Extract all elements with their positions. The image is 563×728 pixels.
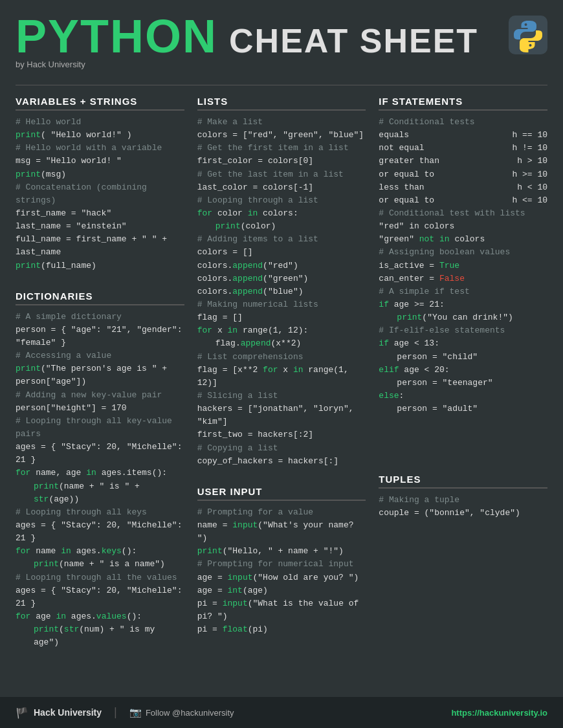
comment-i4: # A simple if test — [379, 285, 547, 298]
comment-l8: # Slicing a list — [197, 390, 366, 403]
comment-3: # Concatenation (combining strings) — [16, 181, 184, 207]
code-line: couple = ("bonnie", "clyde") — [379, 507, 547, 520]
comment-l9: # Copying a list — [197, 442, 366, 455]
comment-t1: # Making a tuple — [379, 494, 547, 507]
columns: VARIABLES + STRINGS # Hello world print(… — [16, 96, 547, 657]
code-line: first_name = "hack" — [16, 207, 184, 220]
comment-7: # Looping through all key-value pairs — [16, 415, 184, 441]
comment-9: # Looping through all the values — [16, 571, 184, 584]
footer: 🏴 Hack University | 📷 Follow @hackuniver… — [0, 697, 563, 728]
code-line: person = { "age": "21", "gender": "femal… — [16, 324, 184, 349]
code-line: first_color = colors[0] — [197, 155, 366, 168]
code-line: last_name = "einstein" — [16, 220, 184, 233]
section-variables: VARIABLES + STRINGS — [16, 96, 184, 111]
code-line: if age >= 21: — [379, 298, 547, 311]
code-line: ages = { "Stacy": 20, "Michelle": 21 } — [16, 441, 184, 467]
footer-social: 📷 Follow @hackuniversity — [129, 707, 234, 718]
dictionaries-section: DICTIONARIES # A simple dictionary perso… — [16, 291, 184, 650]
comment-u2: # Prompting for numerical input — [197, 558, 366, 571]
code-line: colors = [] — [197, 246, 366, 259]
code-line: person = "teenager" — [379, 377, 547, 390]
code-line: else: — [379, 390, 547, 403]
comment-6: # Adding a new key-value pair — [16, 389, 184, 402]
comment-i3: # Assigning boolean values — [379, 246, 547, 259]
code-line: print(msg) — [16, 168, 184, 181]
code-line: full_name = first_name + " " + last_name — [16, 233, 184, 259]
code-line: name = input("What's your name? ") — [197, 519, 366, 545]
code-line: print("Hello, " + name + "!") — [197, 545, 366, 558]
code-line: colors.append("green") — [197, 272, 366, 285]
tuples-section: TUPLES # Making a tuple couple = ("bonni… — [379, 474, 547, 520]
comment-2: # Hello world with a variable — [16, 142, 184, 155]
comment-1: # Hello world — [16, 116, 184, 129]
comment-i2: # Conditional test with lists — [379, 207, 547, 220]
code-line: flag.append(x**2) — [197, 337, 366, 350]
section-tuples: TUPLES — [379, 474, 547, 489]
code-line: "red" in colors — [379, 220, 547, 233]
code-line: print(color) — [197, 220, 366, 233]
lists-code: # Make a list colors = ["red", "green", … — [197, 116, 366, 468]
title-cheatsheet: CHEAT SHEET — [229, 19, 478, 58]
flag-icon: 🏴 — [16, 707, 28, 719]
code-line: for x in range(1, 12): — [197, 324, 366, 337]
code-line: print(str(num) + " is my age") — [16, 623, 184, 649]
code-line: last_color = colors[-1] — [197, 181, 366, 194]
footer-brand: 🏴 Hack University — [16, 707, 102, 719]
code-line: or equal toh >= 10 — [379, 168, 547, 181]
code-line: ages = { "Stacy": 20, "Michelle": 21 } — [16, 584, 184, 610]
code-line: pi = float(pi) — [197, 623, 366, 636]
userinput-code: # Prompting for a value name = input("Wh… — [197, 506, 366, 636]
code-line: age = int(age) — [197, 584, 366, 597]
comment-l5: # Adding items to a list — [197, 233, 366, 246]
col-2: LISTS # Make a list colors = ["red", "gr… — [197, 96, 366, 657]
footer-separator: | — [112, 706, 119, 719]
comment-l4: # Looping through a list — [197, 194, 366, 207]
if-code: # Conditional tests equalsh == 10 not eq… — [379, 116, 547, 415]
python-logo — [509, 16, 547, 57]
comment-l2: # Get the first item in a list — [197, 142, 366, 155]
code-line: print("The person's age is " + person["a… — [16, 362, 184, 388]
code-line: for name, age in ages.items(): — [16, 467, 184, 480]
tuples-code: # Making a tuple couple = ("bonnie", "cl… — [379, 494, 547, 520]
code-line: flag = [] — [197, 311, 366, 324]
comment-u1: # Prompting for a value — [197, 506, 366, 519]
code-line: if age < 13: — [379, 337, 547, 350]
code-line: hackers = ["jonathan", "loryn", "kim"] — [197, 403, 366, 428]
code-line: person = "child" — [379, 351, 547, 364]
code-line: elif age < 20: — [379, 364, 547, 377]
code-line: for age in ages.values(): — [16, 610, 184, 623]
code-line: ages = { "Stacy": 20, "Michelle": 21 } — [16, 519, 184, 545]
footer-url: https://hackuniversity.io — [451, 708, 547, 718]
code-line: copy_of_hackers = hackers[:] — [197, 455, 366, 468]
code-line: print(full_name) — [16, 259, 184, 272]
code-line: less thanh < 10 — [379, 181, 547, 194]
code-line: msg = "Hello world! " — [16, 155, 184, 168]
code-line: print(name + " is a name") — [16, 558, 184, 571]
code-line: age = input("How old are you? ") — [197, 571, 366, 584]
comment-l3: # Get the last item in a list — [197, 168, 366, 181]
userinput-section: USER INPUT # Prompting for a value name … — [197, 486, 366, 636]
code-line: print("You can drink!") — [379, 311, 547, 324]
code-line: print(name + " is " + str(age)) — [16, 480, 184, 506]
code-line: person = "adult" — [379, 403, 547, 415]
page: PYTHON CHEAT SHEET by Hack University VA… — [0, 0, 563, 709]
footer-brand-name: Hack University — [34, 707, 102, 718]
code-line: is_active = True — [379, 259, 547, 272]
col-1: VARIABLES + STRINGS # Hello world print(… — [16, 96, 184, 657]
comment-i5: # If-elif-else statements — [379, 324, 547, 337]
header: PYTHON CHEAT SHEET by Hack University — [16, 13, 547, 81]
code-line: for name in ages.keys(): — [16, 545, 184, 558]
comment-l7: # List comprehensions — [197, 351, 366, 364]
variables-code: # Hello world print( "Hello world!" ) # … — [16, 116, 184, 272]
title-python: PYTHON — [16, 13, 217, 60]
comment-4: # A simple dictionary — [16, 311, 184, 324]
comment-l1: # Make a list — [197, 116, 366, 129]
instagram-icon: 📷 — [129, 707, 142, 718]
footer-social-text: Follow @hackuniversity — [146, 708, 234, 718]
comment-5: # Accessing a value — [16, 349, 184, 362]
section-lists: LISTS — [197, 96, 366, 111]
code-line: or equal toh <= 10 — [379, 194, 547, 207]
code-line: pi = input("What is the value of pi? ") — [197, 597, 366, 623]
section-if: IF STATEMENTS — [379, 96, 547, 111]
code-line: colors.append("blue") — [197, 285, 366, 298]
